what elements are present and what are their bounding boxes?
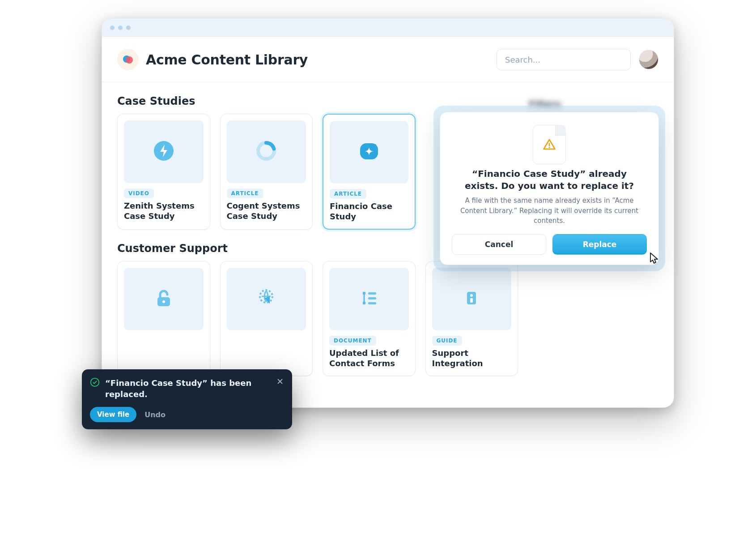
- search-field[interactable]: [497, 49, 631, 70]
- card-thumb: [227, 120, 306, 183]
- dialog-body: A file with the same name already exists…: [455, 196, 643, 226]
- brand: Acme Content Library: [117, 49, 308, 70]
- card-tag: ARTICLE: [330, 189, 366, 199]
- info-icon: [459, 286, 484, 312]
- undo-button[interactable]: Undo: [144, 410, 166, 419]
- svg-point-1: [126, 56, 133, 64]
- topbar: Acme Content Library: [102, 37, 674, 82]
- content-card[interactable]: ARTICLE Cogent Systems Case Study: [220, 114, 313, 230]
- search-input[interactable]: [504, 55, 623, 65]
- card-thumb: [432, 268, 512, 330]
- replace-button[interactable]: Replace: [552, 234, 647, 255]
- content-card[interactable]: DOCUMENT Updated List of Contact Forms: [323, 261, 416, 376]
- globe-arrow-icon: [254, 286, 279, 312]
- content-card[interactable]: [220, 261, 313, 376]
- svg-point-18: [91, 378, 99, 386]
- svg-point-17: [549, 147, 550, 148]
- card-title: Cogent Systems Case Study: [227, 201, 306, 221]
- unlock-icon: [151, 286, 176, 312]
- svg-point-15: [470, 294, 473, 297]
- toast-message: “Financio Case Study” has been replaced.: [105, 377, 271, 400]
- content-card[interactable]: GUIDE Support Integration: [425, 261, 518, 376]
- traffic-light-max-icon[interactable]: [126, 26, 131, 30]
- toast: “Financio Case Study” has been replaced.…: [82, 369, 292, 429]
- replace-dialog: “Financio Case Study” already exists. Do…: [440, 112, 659, 265]
- card-thumb: [330, 121, 408, 184]
- svg-point-7: [162, 300, 165, 303]
- brand-logo-icon: [117, 49, 139, 70]
- content-card[interactable]: [117, 261, 210, 376]
- svg-rect-11: [368, 292, 376, 295]
- cursor-pointer-icon: [645, 251, 661, 267]
- card-title: Zenith Systems Case Study: [124, 201, 204, 221]
- list-tree-icon: [357, 286, 382, 312]
- bolt-icon: [151, 138, 176, 165]
- card-tag: ARTICLE: [227, 188, 263, 198]
- card-tag: VIDEO: [124, 188, 154, 198]
- success-check-icon: [90, 377, 100, 389]
- card-title: Updated List of Contact Forms: [329, 348, 409, 368]
- traffic-light-min-icon[interactable]: [118, 26, 123, 30]
- svg-rect-12: [368, 297, 376, 299]
- page-title: Acme Content Library: [146, 52, 308, 68]
- window-titlebar: [102, 18, 674, 37]
- card-thumb: [227, 268, 306, 330]
- svg-rect-16: [470, 298, 473, 303]
- svg-rect-10: [363, 302, 365, 304]
- card-thumb: [124, 268, 204, 330]
- card-tag: GUIDE: [432, 336, 462, 346]
- content-card[interactable]: VIDEO Zenith Systems Case Study: [117, 114, 210, 230]
- card-tag: DOCUMENT: [329, 336, 376, 346]
- dialog-title: “Financio Case Study” already exists. Do…: [454, 168, 644, 192]
- avatar[interactable]: [639, 50, 658, 69]
- svg-rect-9: [363, 292, 365, 295]
- cancel-button[interactable]: Cancel: [452, 234, 546, 255]
- svg-rect-13: [368, 302, 376, 304]
- svg-point-5: [374, 144, 376, 146]
- traffic-light-close-icon[interactable]: [110, 26, 115, 30]
- card-thumb: [124, 120, 204, 183]
- content-card[interactable]: ARTICLE Financio Case Study: [323, 114, 416, 230]
- view-file-button[interactable]: View file: [90, 407, 136, 422]
- close-icon[interactable]: [276, 377, 284, 387]
- sparkle-app-icon: [357, 139, 382, 166]
- file-warning-icon: [533, 125, 566, 164]
- card-title: Support Integration: [432, 348, 512, 368]
- card-title: Financio Case Study: [330, 201, 408, 222]
- ring-chart-icon: [254, 138, 279, 165]
- card-thumb: [329, 268, 409, 330]
